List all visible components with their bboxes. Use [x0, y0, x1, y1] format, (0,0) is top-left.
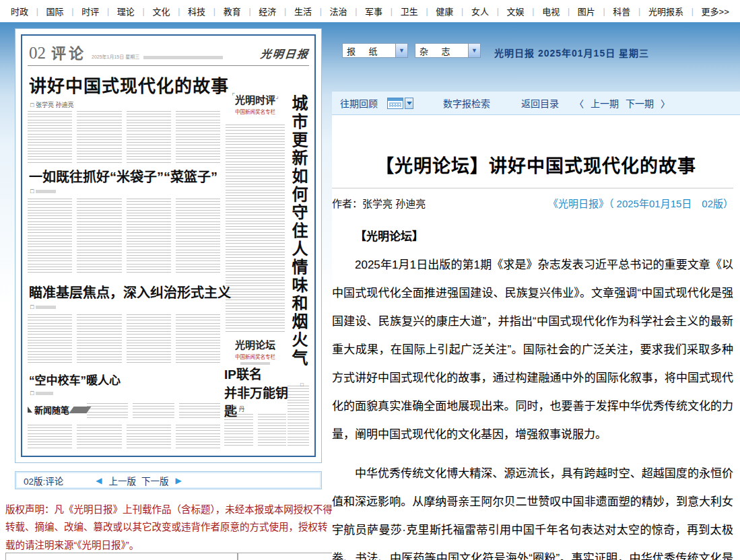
issue-navigation: 〈 上一期 下一期 〉 [574, 96, 670, 110]
newspaper-page-number: 02 [29, 44, 46, 63]
nav-item-3[interactable]: 时评 [81, 5, 99, 18]
nav-separator: | [568, 7, 570, 16]
newspaper-byline-3: □ [30, 304, 56, 310]
select-dropdown-button[interactable]: ▼ [468, 44, 480, 57]
back-issues-link[interactable]: 往期回顾 [340, 96, 378, 110]
nav-item-11[interactable]: 军事 [365, 5, 382, 18]
article-panel: 【光明论坛】讲好中国式现代化的故事 作者：张学亮 孙迪亮 《光明日报》（ 202… [332, 115, 740, 560]
nav-item-4[interactable]: 理论 [117, 5, 135, 18]
footer-box-left [5, 553, 238, 560]
newspaper-headline-vertical: 城市更新如何守住人情味和烟火气 [287, 95, 310, 376]
article-title: 【光明论坛】讲好中国式现代化的故事 [332, 151, 740, 178]
newsprint-text-texture [87, 403, 220, 419]
top-navigation: 时政|国际|时评|理论|文化|科技|教育|经济|生活|法治|军事|卫生|健康|女… [0, 0, 740, 22]
next-issue-arrow-icon[interactable]: 〉 [661, 96, 670, 110]
nav-separator: | [426, 7, 428, 16]
nav-separator: | [638, 7, 640, 16]
newspaper-byline-2: □ [30, 188, 56, 195]
nav-separator: | [532, 7, 534, 16]
select-dropdown-button[interactable]: ▼ [395, 44, 407, 57]
nav-item-17[interactable]: 图片 [578, 5, 595, 18]
calendar-picker[interactable] [387, 98, 413, 109]
tag-wedge-icon [28, 407, 32, 413]
article-meta-row: 作者：张学亮 孙迪亮 《光明日报》（ 2025年01月15日 02版） [332, 196, 733, 210]
newspaper-page-image[interactable]: 02 评论 2025年1月15日 星期三 光明日报 讲好中国式现代化的故事 □ … [21, 34, 316, 457]
article-column-tag: 【光明论坛】 [332, 223, 733, 251]
nav-separator: | [107, 7, 109, 16]
nav-item-20[interactable]: 更多>> [702, 5, 729, 18]
prev-issue-link[interactable]: 上一期 [591, 96, 619, 110]
paper-select[interactable]: 报 纸 ▼ [342, 43, 408, 58]
digital-search-link[interactable]: 数字报检索 [443, 96, 490, 110]
newsprint-text-texture [28, 111, 220, 164]
nav-item-19[interactable]: 光明报系 [648, 5, 683, 18]
nav-item-14[interactable]: 女人 [471, 5, 489, 18]
page-navigation-bar: 02版:评论 ◀ 上一版 下一版 ▶ [15, 471, 322, 489]
nav-separator: | [213, 7, 215, 16]
newsprint-text-texture [288, 386, 309, 448]
article-body: 【光明论坛】 2025年1月1日出版的第1期《求是》杂志发表习近平总书记的重要文… [332, 223, 733, 560]
nav-separator: | [497, 7, 499, 16]
newspaper-headline-4: “空中校车”暖人心 [29, 371, 121, 388]
newspaper-headline-2: 一如既往抓好“米袋子”“菜篮子” [29, 166, 217, 186]
magazine-select[interactable]: 杂 志 ▼ [415, 43, 481, 58]
newspaper-header: 02 评论 2025年1月15日 星期三 光明日报 [29, 40, 309, 63]
header-rule [28, 65, 309, 66]
nav-item-9[interactable]: 生活 [294, 5, 312, 18]
toolbar: 往期回顾 数字报检索 返回目录 〈 上一期 下一期 〉 [332, 91, 740, 115]
next-page-arrow-icon[interactable]: ▶ [176, 476, 182, 485]
nav-item-10[interactable]: 法治 [329, 5, 347, 18]
nav-item-13[interactable]: 健康 [436, 5, 453, 18]
article-paragraph-1: 2025年1月1日出版的第1期《求是》杂志发表习近平总书记的重要文章《以中国式现… [332, 251, 733, 449]
article-author: 作者：张学亮 孙迪亮 [332, 196, 426, 210]
newspaper-byline-4: □ [30, 390, 53, 396]
prev-page-link[interactable]: 上一版 [109, 474, 137, 487]
nav-item-5[interactable]: 文化 [152, 5, 170, 18]
newsprint-text-texture [224, 414, 286, 448]
nav-item-18[interactable]: 科普 [613, 5, 630, 18]
prev-page-arrow-icon[interactable]: ◀ [96, 476, 102, 485]
nav-item-1[interactable]: 时政 [11, 5, 28, 18]
calendar-icon[interactable] [387, 98, 403, 109]
suibi-column-tag: 新闻随笔 [28, 403, 89, 416]
prev-issue-arrow-icon[interactable]: 〈 [574, 96, 584, 110]
next-page-link[interactable]: 下一版 [141, 474, 169, 487]
newspaper-section-name: 评论 [51, 41, 86, 63]
nav-separator: | [284, 7, 286, 16]
nav-item-12[interactable]: 卫生 [401, 5, 418, 18]
nav-item-6[interactable]: 科技 [188, 5, 205, 18]
issue-date-info: 光明日报 2025年01月15日 星期三 [494, 46, 649, 59]
nav-separator: | [692, 7, 694, 16]
nav-item-8[interactable]: 经济 [259, 5, 276, 18]
calendar-dropdown-button[interactable] [405, 98, 413, 109]
nav-item-2[interactable]: 国际 [46, 5, 64, 18]
newspaper-thumbnail-frame: 02 评论 2025年1月15日 星期三 光明日报 讲好中国式现代化的故事 □ … [15, 28, 322, 463]
nav-item-16[interactable]: 电视 [542, 5, 560, 18]
next-issue-link[interactable]: 下一期 [626, 96, 654, 110]
newspaper-headline-main: 讲好中国式现代化的故事 [29, 72, 229, 97]
newsprint-text-texture [28, 425, 220, 449]
nav-item-15[interactable]: 文娱 [507, 5, 525, 18]
nav-separator: | [355, 7, 357, 16]
nav-separator: | [320, 7, 322, 16]
nav-separator: | [178, 7, 180, 16]
newspaper-date-line: 2025年1月15日 星期三 [92, 53, 223, 63]
nav-separator: | [391, 7, 393, 16]
nav-separator: | [143, 7, 145, 16]
nav-separator: | [36, 7, 38, 16]
newsprint-text-texture [28, 314, 220, 363]
newspaper-byline-main: □ 张学亮 孙迪亮 [30, 100, 73, 109]
title-divider [332, 188, 733, 188]
article-source: 《光明日报》（ 2025年01月15日 02版） [548, 196, 733, 210]
newspaper-headline-3: 瞄准基层焦点，深入纠治形式主义 [29, 282, 231, 302]
newsprint-text-texture [28, 199, 220, 273]
shiping-column-box: ⌜光明时评⌟ 中国新闻奖名专栏 [224, 92, 286, 115]
luntan-column-box: 光明论坛 中国新闻奖名专栏 [224, 337, 286, 365]
nav-separator: | [603, 7, 605, 16]
nav-separator: | [71, 7, 73, 16]
nav-separator: | [461, 7, 463, 16]
back-to-toc-link[interactable]: 返回目录 [521, 96, 559, 110]
copyright-notice: 版权声明：凡《光明日报》上刊载作品（含标题），未经本报或本网授权不得转载、摘编、… [5, 501, 333, 554]
current-page-label: 02版:评论 [24, 474, 63, 487]
nav-item-7[interactable]: 教育 [224, 5, 241, 18]
